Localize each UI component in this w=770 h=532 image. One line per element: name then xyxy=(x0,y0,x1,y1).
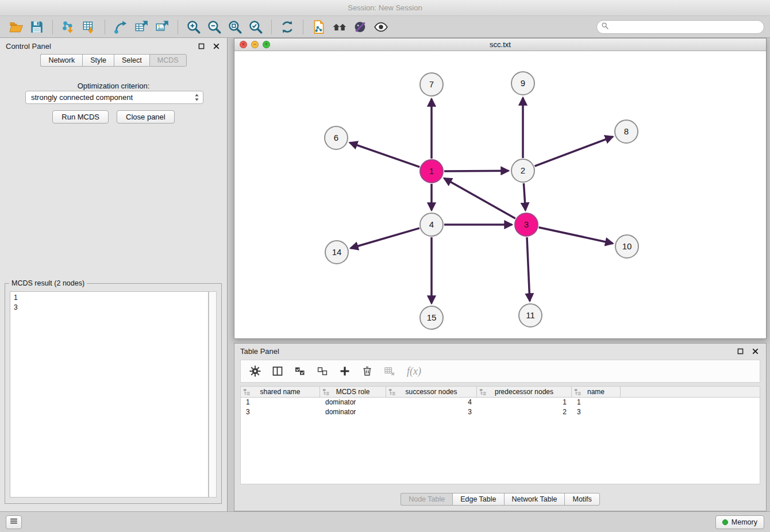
mcds-result-list[interactable]: 13 xyxy=(10,291,209,498)
save-session-button[interactable] xyxy=(26,18,47,36)
search-box[interactable] xyxy=(596,20,764,34)
manage-networks-button[interactable] xyxy=(309,18,329,36)
tab-style[interactable]: Style xyxy=(82,54,114,67)
table-cell: 1 xyxy=(241,398,320,407)
graph-node-11[interactable]: 11 xyxy=(519,304,542,327)
table-cell: 3 xyxy=(572,407,621,417)
table-cell: dominator xyxy=(320,398,386,407)
table-settings-button[interactable] xyxy=(248,364,263,379)
desktop-area: Control Panel NetworkStyleSelectMCDS Opt… xyxy=(0,38,770,511)
column-header-label: shared name xyxy=(260,388,300,396)
graph-node-3[interactable]: 3 xyxy=(515,213,538,236)
select-all-button[interactable] xyxy=(292,364,307,379)
toolbar-separator xyxy=(271,20,272,34)
delete-table-button[interactable] xyxy=(382,364,397,379)
column-header-successor-nodes[interactable]: successor nodes xyxy=(386,387,477,397)
svg-text:7: 7 xyxy=(429,79,434,89)
run-mcds-button[interactable]: Run MCDS xyxy=(52,110,109,124)
table-row[interactable]: 1dominator411 xyxy=(241,398,760,407)
graph-node-9[interactable]: 9 xyxy=(511,72,534,95)
show-all-networks-button[interactable] xyxy=(329,18,350,36)
column-header-MCDS-role[interactable]: MCDS role xyxy=(320,387,386,397)
graph-node-7[interactable]: 7 xyxy=(420,73,443,96)
tab-network-table[interactable]: Network Table xyxy=(504,493,565,506)
export-network-button[interactable] xyxy=(110,18,131,36)
table-header-row: shared nameMCDS rolesuccessor nodesprede… xyxy=(241,387,760,398)
tab-motifs[interactable]: Motifs xyxy=(564,493,599,506)
graph-node-1[interactable]: 1 xyxy=(420,160,443,183)
graph-node-4[interactable]: 4 xyxy=(420,213,443,236)
graph-node-2[interactable]: 2 xyxy=(511,159,534,182)
tab-edge-table[interactable]: Edge Table xyxy=(452,493,503,506)
table-cell: 2 xyxy=(477,407,572,417)
show-hide-button[interactable] xyxy=(371,18,391,36)
network-graph[interactable]: 7968124310141511 xyxy=(234,51,766,338)
svg-text:10: 10 xyxy=(622,241,632,251)
table-cell: 1 xyxy=(477,398,572,407)
panel-menu-button[interactable] xyxy=(6,515,22,529)
function-builder-button[interactable]: f(x) xyxy=(407,365,421,377)
result-item[interactable]: 3 xyxy=(14,303,205,313)
close-panel-button[interactable]: Close panel xyxy=(117,110,175,124)
optimization-criterion-dropdown[interactable]: strongly connected component xyxy=(25,91,203,104)
column-header-name[interactable]: name xyxy=(572,387,621,397)
svg-text:14: 14 xyxy=(332,247,342,257)
tab-network[interactable]: Network xyxy=(40,54,82,67)
close-panel-icon[interactable] xyxy=(211,41,221,51)
import-table-button[interactable] xyxy=(79,18,99,36)
graph-edge-1-6[interactable] xyxy=(350,142,420,167)
tab-mcds[interactable]: MCDS xyxy=(149,54,187,67)
close-window-icon[interactable]: × xyxy=(240,41,247,48)
tab-node-table[interactable]: Node Table xyxy=(401,493,452,506)
minimize-window-icon[interactable]: − xyxy=(251,41,259,48)
zoom-fit-button[interactable] xyxy=(225,18,245,36)
graph-edge-2-8[interactable] xyxy=(535,137,613,166)
float-table-panel-icon[interactable] xyxy=(735,346,745,356)
column-header-predecessor-nodes[interactable]: predecessor nodes xyxy=(477,387,572,397)
main-toolbar xyxy=(0,16,770,38)
zoom-selected-button[interactable] xyxy=(245,18,266,36)
graph-edge-2-3[interactable] xyxy=(523,183,525,210)
import-network-button[interactable] xyxy=(58,18,79,36)
table-row[interactable]: 3dominator323 xyxy=(241,407,760,417)
svg-text:8: 8 xyxy=(624,126,629,136)
graph-edge-1-2[interactable] xyxy=(444,171,509,171)
apply-style-button[interactable] xyxy=(350,18,371,36)
export-table-button[interactable] xyxy=(131,18,152,36)
column-header-shared-name[interactable]: shared name xyxy=(241,387,320,397)
unselect-all-button[interactable] xyxy=(315,364,330,379)
close-table-panel-icon[interactable] xyxy=(750,346,760,356)
column-header-label: predecessor nodes xyxy=(495,388,553,396)
result-item[interactable]: 1 xyxy=(14,293,205,303)
add-row-button[interactable] xyxy=(337,364,352,379)
svg-text:4: 4 xyxy=(429,219,434,229)
graph-node-8[interactable]: 8 xyxy=(615,120,638,143)
table-cell: 3 xyxy=(386,407,477,417)
memory-status-dot xyxy=(722,519,728,525)
memory-button[interactable]: Memory xyxy=(715,515,764,529)
table-cell: 1 xyxy=(572,398,621,407)
export-image-button[interactable] xyxy=(152,18,172,36)
zoom-out-button[interactable] xyxy=(204,18,225,36)
open-file-button[interactable] xyxy=(6,18,26,36)
graph-edge-3-1[interactable] xyxy=(444,178,515,218)
refresh-button[interactable] xyxy=(277,18,298,36)
search-input[interactable] xyxy=(611,23,760,31)
svg-text:3: 3 xyxy=(524,219,529,229)
network-window-titlebar[interactable]: × − + scc.txt xyxy=(234,38,766,51)
graph-node-10[interactable]: 10 xyxy=(615,235,638,258)
graph-edge-4-14[interactable] xyxy=(351,228,419,248)
float-panel-icon[interactable] xyxy=(196,41,206,51)
graph-node-6[interactable]: 6 xyxy=(325,126,348,149)
delete-row-button[interactable] xyxy=(360,364,375,379)
network-canvas[interactable]: 7968124310141511 xyxy=(234,51,766,338)
graph-edge-3-11[interactable] xyxy=(527,237,530,301)
show-columns-button[interactable] xyxy=(270,364,285,379)
graph-edge-3-10[interactable] xyxy=(539,228,613,244)
graph-node-15[interactable]: 15 xyxy=(420,306,443,329)
tab-select[interactable]: Select xyxy=(114,54,149,67)
zoom-in-button[interactable] xyxy=(183,18,204,36)
zoom-window-icon[interactable]: + xyxy=(263,41,270,48)
mcds-result-scrollbar[interactable] xyxy=(209,291,217,498)
graph-node-14[interactable]: 14 xyxy=(325,241,348,264)
